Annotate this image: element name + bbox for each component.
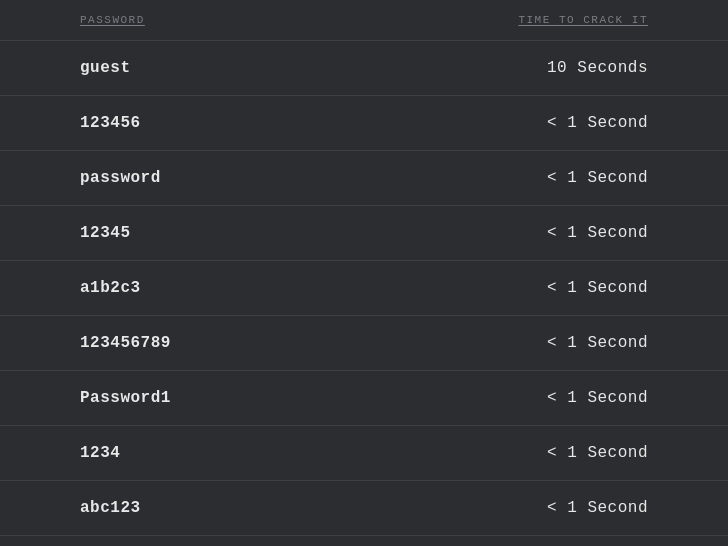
password-value: 123456 [80,114,141,132]
table-row: 123456789< 1 Second [0,316,728,371]
password-column-header: PASSWORD [80,14,145,26]
time-value: < 1 Second [547,389,648,407]
table-row: guest10 Seconds [0,41,728,96]
time-value: < 1 Second [547,444,648,462]
table-row: password< 1 Second [0,151,728,206]
time-value: < 1 Second [547,224,648,242]
table-row: Password1< 1 Second [0,371,728,426]
table-row: 12345< 1 Second [0,206,728,261]
time-value: < 1 Second [547,279,648,297]
password-value: 123456789 [80,334,171,352]
table-row: 123456< 1 Second [0,96,728,151]
password-value: guest [80,59,131,77]
table-header: PASSWORD TIME TO CRACK IT [0,0,728,41]
password-value: password [80,169,161,187]
table-row: abc123< 1 Second [0,481,728,536]
password-value: a1b2c3 [80,279,141,297]
time-value: < 1 Second [547,334,648,352]
time-value: < 1 Second [547,114,648,132]
table-row: 1234< 1 Second [0,426,728,481]
time-value: < 1 Second [547,169,648,187]
password-value: 12345 [80,224,131,242]
table-row: a1b2c3< 1 Second [0,261,728,316]
password-value: Password1 [80,389,171,407]
time-column-header: TIME TO CRACK IT [518,14,648,26]
password-table: PASSWORD TIME TO CRACK IT guest10 Second… [0,0,728,546]
password-value: 1234 [80,444,120,462]
time-value: < 1 Second [547,499,648,517]
time-value: 10 Seconds [547,59,648,77]
table-body: guest10 Seconds123456< 1 Secondpassword<… [0,41,728,546]
table-row: 12345678< 1 Second [0,536,728,546]
password-value: abc123 [80,499,141,517]
